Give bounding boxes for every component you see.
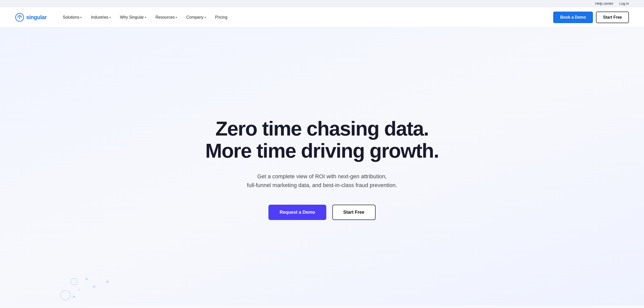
hero-cta-buttons: Request a Demo Start Free xyxy=(268,205,375,220)
decoration-dot-2 xyxy=(93,286,95,288)
nav-label-company: Company xyxy=(186,15,203,20)
logo[interactable]: singular xyxy=(15,13,47,22)
top-utility-bar: Help center Log in xyxy=(0,0,644,7)
decoration-cross-1: + xyxy=(78,287,81,293)
hero-headline-line2: More time driving growth. xyxy=(205,140,439,162)
nav-label-solutions: Solutions xyxy=(63,15,79,20)
logo-text: singular xyxy=(26,14,47,21)
nav-label-resources: Resources xyxy=(155,15,175,20)
nav-item-company[interactable]: Company ▾ xyxy=(182,13,210,22)
book-demo-button[interactable]: Book a Demo xyxy=(553,12,593,23)
nav-label-why-singular: Why Singular xyxy=(120,15,144,20)
nav-label-industries: Industries xyxy=(91,15,108,20)
nav-item-resources[interactable]: Resources ▾ xyxy=(151,13,181,22)
decoration-dot-3 xyxy=(73,296,75,298)
singular-logo-icon xyxy=(15,13,24,22)
help-center-link[interactable]: Help center xyxy=(595,2,613,6)
start-free-hero-button[interactable]: Start Free xyxy=(332,205,376,220)
chevron-down-icon: ▾ xyxy=(205,16,206,19)
decoration-circle-1 xyxy=(70,278,77,285)
hero-headline-line1: Zero time chasing data. xyxy=(215,117,429,140)
nav-links: Solutions ▾ Industries ▾ Why Singular ▾ … xyxy=(59,13,553,22)
background-decorations: + xyxy=(0,255,644,305)
nav-item-industries[interactable]: Industries ▾ xyxy=(87,13,115,22)
chevron-down-icon: ▾ xyxy=(80,16,82,19)
main-navbar: singular Solutions ▾ Industries ▾ Why Si… xyxy=(0,7,644,27)
chevron-down-icon: ▾ xyxy=(109,16,111,19)
chevron-down-icon: ▾ xyxy=(176,16,177,19)
login-link[interactable]: Log in xyxy=(619,2,629,6)
chevron-down-icon: ▾ xyxy=(145,16,146,19)
nav-cta-area: Book a Demo Start Free xyxy=(553,12,629,23)
nav-item-why-singular[interactable]: Why Singular ▾ xyxy=(116,13,150,22)
decoration-circle-2 xyxy=(60,290,70,300)
hero-headline: Zero time chasing data. More time drivin… xyxy=(205,118,439,162)
start-free-nav-button[interactable]: Start Free xyxy=(596,12,629,23)
nav-label-pricing: Pricing xyxy=(215,15,227,19)
decoration-triangle-1 xyxy=(106,280,109,283)
nav-item-solutions[interactable]: Solutions ▾ xyxy=(59,13,86,22)
hero-section: Zero time chasing data. More time drivin… xyxy=(0,27,644,305)
request-demo-button[interactable]: Request a Demo xyxy=(268,205,326,220)
decoration-dot-1 xyxy=(86,278,88,280)
nav-item-pricing[interactable]: Pricing xyxy=(211,13,231,22)
hero-subheadline: Get a complete view of ROI with next-gen… xyxy=(247,172,397,190)
